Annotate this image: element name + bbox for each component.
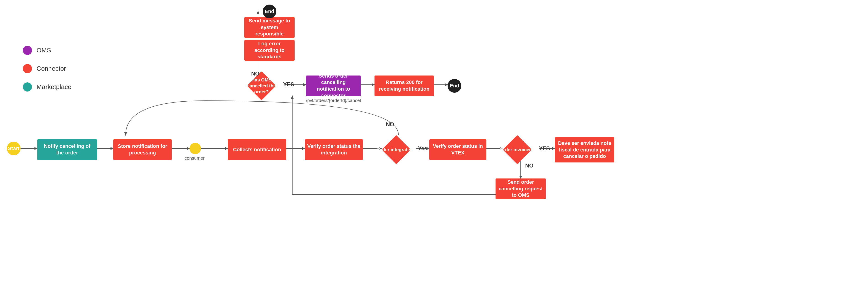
has-oms-cancelled-diamond: Has OMS cancelled the order?	[242, 73, 281, 99]
send-cancelling-request-node: Send order cancelling request to OMS	[496, 179, 546, 199]
consumer-label: consumer	[185, 156, 205, 161]
end-node-top: End	[262, 5, 276, 18]
collects-notification-node: Collects notification	[228, 139, 286, 160]
verify-order-status-integration-node: Verify order status the integration	[305, 139, 363, 160]
yes-label-3: YES	[283, 81, 294, 88]
store-notification-node: Store notification for processing	[113, 139, 172, 160]
start-node: Start	[7, 142, 21, 155]
legend-item-oms: OMS	[23, 46, 71, 55]
notify-cancelling-node: Notify cancelling of the order	[37, 139, 97, 160]
no-label-3: NO	[251, 71, 259, 77]
oms-legend-icon	[23, 46, 32, 55]
sends-order-cancelling-node: Sends order cancelling notification to c…	[306, 76, 361, 96]
order-integrated-diamond: Order integrated?	[377, 137, 415, 162]
verify-order-vtex-node: Verify order status in VTEX	[429, 139, 487, 160]
legend-item-marketplace: Marketplace	[23, 82, 71, 91]
marketplace-legend-label: Marketplace	[36, 83, 71, 90]
no-loop-label: NO	[386, 121, 394, 128]
consumer-circle	[190, 143, 201, 154]
connector-legend-label: Connector	[36, 65, 66, 72]
no-label-2: NO	[525, 162, 533, 169]
legend: OMS Connector Marketplace	[23, 46, 71, 101]
marketplace-legend-icon	[23, 82, 32, 91]
yes-label-2: YES	[539, 145, 550, 152]
oms-legend-label: OMS	[36, 47, 51, 54]
connector-legend-icon	[23, 64, 32, 73]
legend-item-connector: Connector	[23, 64, 71, 73]
yes-label-1: Yes	[418, 145, 427, 152]
end-node-right: End	[447, 79, 461, 93]
log-error-node: Log error according to standards	[244, 40, 294, 61]
deve-ser-node: Deve ser enviada nota fiscal de entrada …	[555, 137, 614, 162]
send-message-node: Send message to system responsible	[244, 17, 294, 38]
returns-200-node: Returns 200 for receiving notification	[374, 76, 434, 96]
diagram-container: OMS Connector Marketplace Start Notify c…	[0, 0, 868, 297]
order-invoiced-diamond: Order invoiced?	[498, 137, 537, 162]
api-path-label: /pvt/orders/{orderId}/cancel	[306, 98, 361, 103]
